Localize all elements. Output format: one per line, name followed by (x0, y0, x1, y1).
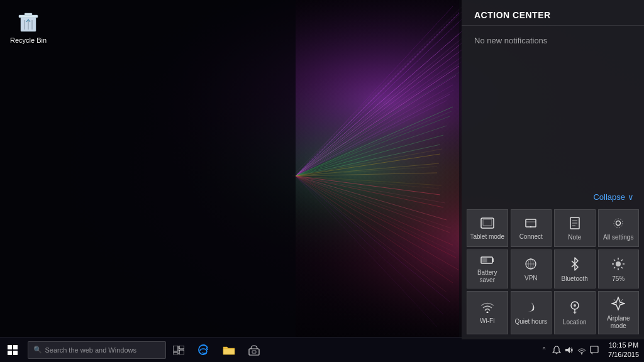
airplane-mode-label: Airplane mode (601, 315, 636, 330)
svg-rect-89 (8, 345, 12, 349)
quiet-hours-label: Quiet hours (514, 318, 547, 326)
clock-time: 10:15 PM (609, 341, 638, 349)
file-explorer-button[interactable] (216, 337, 242, 363)
svg-rect-54 (19, 15, 38, 18)
svg-rect-71 (492, 258, 494, 262)
quick-action-vpn[interactable]: VPN (511, 250, 552, 288)
tablet-mode-label: Tablet mode (470, 233, 504, 241)
quick-actions-grid: Tablet modeConnectNoteAll settingsBatter… (462, 207, 644, 339)
location-icon (570, 300, 580, 316)
airplane-mode-icon (611, 297, 625, 312)
search-icon: 🔍 (33, 346, 42, 354)
notification-tray-icon[interactable] (550, 337, 563, 363)
quick-action-tablet-mode[interactable]: Tablet mode (467, 209, 508, 247)
svg-point-77 (616, 261, 621, 266)
vpn-icon (525, 258, 537, 272)
network-tray-icon[interactable] (575, 337, 588, 363)
quick-action-all-settings[interactable]: All settings (598, 209, 640, 247)
search-bar[interactable]: 🔍 Search the web and Windows (28, 341, 166, 359)
notification-area: No new notifications (462, 26, 644, 187)
edge-icon (198, 344, 209, 356)
action-center-tray-icon[interactable] (588, 337, 601, 363)
action-center-title: ACTION CENTER (474, 10, 631, 20)
svg-rect-92 (13, 351, 18, 355)
all-settings-icon (612, 217, 625, 231)
taskbar: 🔍 Search the web and Windows (0, 337, 644, 362)
connect-icon (525, 217, 537, 231)
svg-point-88 (574, 304, 576, 307)
bell-icon (552, 346, 561, 354)
note-label: Note (568, 234, 581, 241)
svg-rect-93 (173, 346, 178, 351)
quick-action-battery-saver[interactable]: Battery saver (467, 250, 508, 288)
svg-line-82 (614, 260, 615, 261)
svg-rect-55 (25, 13, 32, 15)
chevron-down-icon: ∨ (628, 192, 634, 202)
svg-rect-97 (223, 349, 235, 354)
taskbar-right: ^ (535, 337, 644, 363)
no-notifications-text: No new notifications (474, 36, 631, 45)
location-label: Location (563, 319, 587, 326)
svg-marker-100 (565, 347, 570, 353)
recycle-bin-label: Recycle Bin (10, 36, 47, 44)
action-center-panel: ACTION CENTER No new notifications Colla… (462, 0, 644, 339)
svg-rect-96 (173, 353, 178, 354)
store-icon (248, 344, 260, 356)
collapse-section: Collapse ∨ (462, 187, 644, 207)
network-icon (577, 346, 586, 354)
quick-action-bluetooth[interactable]: Bluetooth (554, 250, 596, 288)
wifi-icon (480, 302, 494, 315)
all-settings-label: All settings (603, 234, 633, 241)
clock[interactable]: 10:15 PM 7/16/2015 (603, 337, 644, 363)
volume-tray-icon[interactable] (563, 337, 575, 363)
vpn-label: VPN (525, 275, 538, 282)
svg-line-83 (621, 267, 623, 268)
svg-rect-60 (483, 219, 492, 226)
note-icon (569, 217, 580, 231)
quick-action-location[interactable]: Location (554, 291, 596, 334)
collapse-label: Collapse (593, 192, 625, 202)
quick-action-brightness[interactable]: 75% (598, 250, 640, 288)
quick-action-quiet-hours[interactable]: Quiet hours (511, 291, 552, 334)
recycle-bin[interactable]: Recycle Bin (6, 6, 50, 47)
quick-action-connect[interactable]: Connect (511, 209, 552, 247)
svg-rect-51 (0, 0, 296, 339)
tray-expand-button[interactable]: ^ (538, 337, 550, 363)
clock-date: 7/16/2015 (608, 350, 639, 359)
task-view-icon (173, 346, 184, 354)
svg-rect-98 (249, 349, 259, 355)
battery-saver-icon (480, 255, 494, 266)
start-button[interactable] (0, 337, 25, 363)
svg-rect-102 (591, 346, 598, 353)
svg-rect-95 (179, 350, 184, 354)
volume-icon (565, 346, 574, 354)
brightness-label: 75% (612, 275, 625, 283)
quick-action-note[interactable]: Note (554, 209, 596, 247)
folder-icon (223, 345, 235, 355)
svg-point-69 (614, 219, 623, 228)
desktop: Recycle Bin ACTION CENTER No new notific… (0, 0, 644, 362)
svg-rect-91 (8, 351, 12, 355)
quick-action-wifi[interactable]: Wi-Fi (467, 291, 508, 334)
svg-rect-99 (252, 351, 256, 353)
task-view-button[interactable] (166, 337, 191, 363)
action-center-header: ACTION CENTER (462, 0, 644, 26)
svg-rect-61 (526, 219, 536, 227)
search-placeholder: Search the web and Windows (45, 346, 136, 354)
svg-line-84 (621, 260, 623, 261)
recycle-bin-icon (16, 9, 41, 34)
store-button[interactable] (242, 337, 267, 363)
collapse-button[interactable]: Collapse ∨ (593, 192, 634, 202)
edge-browser-button[interactable] (191, 337, 216, 363)
wifi-label: Wi-Fi (480, 317, 494, 325)
windows-logo-icon (8, 345, 18, 355)
tablet-mode-icon (480, 217, 494, 231)
svg-rect-94 (179, 346, 184, 349)
bluetooth-icon (570, 257, 579, 273)
svg-rect-72 (482, 258, 487, 263)
quiet-hours-icon (525, 301, 536, 315)
battery-saver-label: Battery saver (470, 269, 505, 284)
system-tray: ^ (535, 337, 603, 363)
brightness-icon (611, 257, 625, 273)
quick-action-airplane-mode[interactable]: Airplane mode (598, 291, 640, 334)
